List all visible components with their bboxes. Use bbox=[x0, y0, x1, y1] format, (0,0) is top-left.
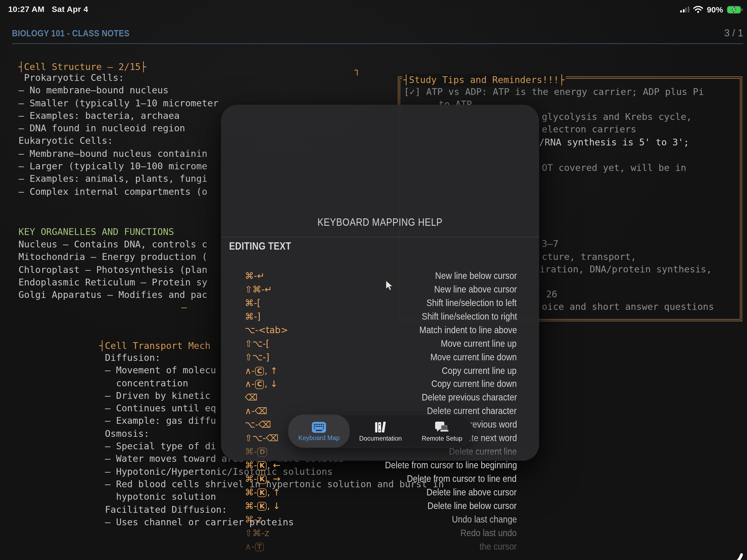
keycap-k: K bbox=[258, 461, 266, 470]
study-tips-title: ┤Study Tips and Reminders!!!├ bbox=[402, 74, 566, 86]
shortcut-keys: ⌘-z bbox=[245, 514, 262, 525]
study-tip-line: OT covered yet, will be in bbox=[542, 162, 686, 175]
shortcut-keys: ⇧⌘-↵ bbox=[245, 284, 272, 295]
shortcut-keys: ⌥-⌫ bbox=[245, 420, 271, 430]
shortcut-keys: ∧-T bbox=[245, 541, 264, 552]
shortcut-label: Move current line down bbox=[418, 351, 517, 363]
keycap-c: C bbox=[255, 367, 264, 375]
shortcut-keys: ⌘-] bbox=[245, 312, 261, 322]
box-corner-glyph: ┐ bbox=[355, 64, 360, 77]
shortcut-keys: ⌫ bbox=[245, 393, 258, 403]
shortcut-label: Copy current line up bbox=[432, 365, 517, 376]
shortcut-row: ⇧⌘-↵New line above cursor bbox=[221, 283, 539, 296]
shortcut-label: Undo last change bbox=[443, 514, 517, 525]
shortcut-row: ⌘-]Shift line/selection to right bbox=[221, 310, 539, 323]
study-tip-line: glycolysis and Krebs cycle, bbox=[542, 111, 692, 124]
shortcut-keys: ⇧⌘-z bbox=[245, 528, 269, 538]
shortcut-label: Redo last undo bbox=[453, 528, 517, 539]
modal-section-header: EDITING TEXT bbox=[229, 240, 302, 252]
shortcut-row: ⌘-↵New line below cursor bbox=[221, 269, 539, 283]
toolbar-item-label: Documentation bbox=[359, 435, 402, 442]
screen: 10:27 AM Sat Apr 4 90% bbox=[0, 0, 747, 560]
shortcut-row: ⌥-<tab>Match indent to line above bbox=[221, 323, 539, 337]
wifi-icon bbox=[693, 6, 703, 13]
modal-toolbar: Keyboard MapDocumentationRemote Setup bbox=[288, 415, 473, 448]
keyboard-help-modal: KEYBOARD MAPPING HELP EDITING TEXT ⌘-↵Ne… bbox=[221, 105, 539, 461]
status-icons: 90% bbox=[680, 5, 743, 14]
study-tip-line: cture, transport, bbox=[542, 251, 636, 263]
shortcut-label: Shift line/selection to left bbox=[414, 297, 517, 309]
shortcut-label: Delete line above cursor bbox=[414, 487, 517, 498]
pen-stroke-arc bbox=[726, 552, 746, 560]
shortcut-keys: ⌘-K, ↓ bbox=[245, 501, 280, 511]
shortcut-label: Delete line below cursor bbox=[415, 500, 517, 512]
shortcut-row: ⌘-K, →Delete from cursor to line end bbox=[221, 472, 539, 486]
shortcut-row: ⇧⌘-zRedo last undo bbox=[221, 526, 539, 540]
shortcut-label: New line above cursor bbox=[423, 284, 517, 295]
status-time: 10:27 AM bbox=[8, 4, 45, 14]
shortcut-keys: ⌘-K, → bbox=[245, 474, 280, 484]
keycap-k: K bbox=[258, 502, 266, 511]
page-indicator: 3 / 1 bbox=[724, 28, 743, 39]
keycap-k: K bbox=[258, 488, 266, 497]
toolbar-item-label: Keyboard Map bbox=[298, 434, 340, 441]
shortcut-row: ⌘-zUndo last change bbox=[221, 513, 539, 526]
shortcut-label: New line below cursor bbox=[424, 270, 517, 282]
shortcut-keys: ⌘-K, ← bbox=[245, 460, 280, 471]
shortcut-label: Match indent to line above bbox=[406, 324, 517, 336]
shortcut-row: ⌘-K, ↑Delete line above cursor bbox=[221, 486, 539, 499]
shortcut-keys: ⌘-↵ bbox=[245, 271, 265, 281]
shortcut-row: ⌘-K, ↓Delete line below cursor bbox=[221, 499, 539, 513]
shortcut-row: ∧-C, ↓Copy current line down bbox=[221, 377, 539, 391]
shortcut-label: Copy current line down bbox=[420, 378, 517, 390]
battery-charging-icon bbox=[727, 6, 743, 13]
shortcut-row: ⌘-[Shift line/selection to left bbox=[221, 296, 539, 310]
toolbar-item-label: Remote Setup bbox=[422, 435, 462, 442]
toolbar-item-remote-setup[interactable]: Remote Setup bbox=[411, 415, 473, 448]
fold-dash-glyph: – bbox=[181, 301, 187, 314]
modal-title: KEYBOARD MAPPING HELP bbox=[221, 216, 539, 229]
shortcut-label: Delete from cursor to line end bbox=[392, 473, 517, 485]
shortcut-keys: ⌘-K, ↑ bbox=[245, 487, 280, 498]
shortcut-row: ⇧⌥-]Move current line down bbox=[221, 350, 539, 364]
shortcut-row: ∧-C, ↑Copy current line up bbox=[221, 364, 539, 377]
shortcut-label: Move current line up bbox=[431, 338, 517, 349]
shortcut-list[interactable]: ⌘-↵New line below cursor⇧⌘-↵New line abo… bbox=[221, 269, 539, 553]
toolbar-item-documentation[interactable]: Documentation bbox=[350, 415, 412, 448]
modal-divider bbox=[221, 237, 539, 237]
devices-icon bbox=[435, 421, 450, 433]
toolbar-item-keyboard-map[interactable]: Keyboard Map bbox=[288, 415, 350, 448]
keycap-c: C bbox=[255, 380, 264, 389]
shortcut-label: Shift line/selection to right bbox=[409, 311, 517, 322]
shortcut-keys: ⇧⌥-] bbox=[245, 352, 269, 362]
header-divider bbox=[12, 44, 743, 44]
note-heading-key-organelles: KEY ORGANELLES AND FUNCTIONS bbox=[19, 226, 174, 239]
page-title: BIOLOGY 101 - CLASS NOTES bbox=[12, 28, 150, 39]
keycap-t: T bbox=[255, 542, 263, 551]
study-tip-line: 3–7 bbox=[542, 238, 558, 250]
shortcut-row: ⌫Delete previous character bbox=[221, 391, 539, 404]
shortcut-keys: ∧-C, ↓ bbox=[245, 379, 278, 389]
battery-percent: 90% bbox=[707, 5, 723, 14]
shortcut-keys: ∧-C, ↑ bbox=[245, 366, 278, 376]
shortcut-row: ∧-Tthe cursor bbox=[221, 540, 539, 554]
note-heading-cell-transport: ┤Cell Transport Mech bbox=[99, 340, 210, 352]
mouse-cursor bbox=[385, 280, 393, 291]
status-bar: 10:27 AM Sat Apr 4 90% bbox=[0, 0, 747, 16]
shortcut-row: ⇧⌥-[Move current line up bbox=[221, 337, 539, 350]
study-tip-line: 26 bbox=[546, 288, 557, 301]
app-root: 10:27 AM Sat Apr 4 90% bbox=[0, 0, 747, 560]
shortcut-label: the cursor bbox=[474, 541, 517, 552]
shortcut-keys: ⇧⌥-[ bbox=[245, 338, 269, 349]
shortcut-keys: ∧-⌫ bbox=[245, 406, 267, 417]
note-body-key-organelles: Nucleus – Contains DNA, controls c Mitoc… bbox=[19, 238, 207, 301]
shortcut-keys: ⌘-[ bbox=[245, 298, 261, 308]
shortcut-label: Delete from cursor to line beginning bbox=[367, 460, 517, 471]
study-tip-line: [✓] ATP vs ADP: ATP is the energy carrie… bbox=[404, 86, 704, 99]
cellular-signal-icon bbox=[680, 6, 690, 12]
keyboard-icon bbox=[312, 421, 326, 433]
status-time-date: 10:27 AM Sat Apr 4 bbox=[8, 4, 88, 14]
study-tip-line: iration, DNA/protein synthesis, bbox=[540, 263, 712, 276]
study-tip-line: /RNA synthesis is 5' to 3'; bbox=[539, 136, 689, 149]
status-date: Sat Apr 4 bbox=[52, 4, 88, 14]
